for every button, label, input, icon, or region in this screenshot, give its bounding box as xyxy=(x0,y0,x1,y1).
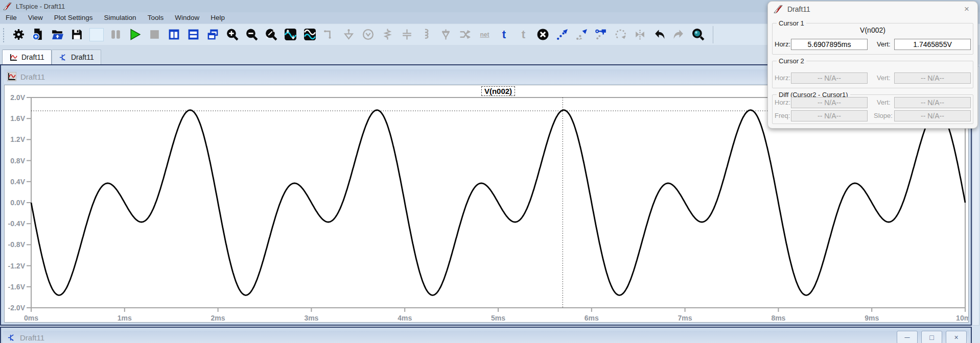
cursor1-vert-label: Vert: xyxy=(877,39,891,50)
svg-text:3ms: 3ms xyxy=(304,314,318,322)
cursor2-horz-label: Horz: xyxy=(775,72,790,84)
diff-vert-label: Vert: xyxy=(877,97,891,108)
minimize-button[interactable]: ─ xyxy=(897,331,918,343)
rotate-icon xyxy=(613,27,628,42)
cursor-dialog-title: Draft11 xyxy=(787,5,810,13)
schematic-tab-icon xyxy=(59,53,67,62)
svg-text:0.4V: 0.4V xyxy=(10,178,25,186)
ground-icon xyxy=(341,27,356,42)
menu-item-view[interactable]: View xyxy=(22,12,49,23)
open-file-icon[interactable] xyxy=(50,27,65,42)
cursor1-signal: V(n002) xyxy=(773,26,973,34)
pause-icon xyxy=(108,27,123,42)
svg-text:2.0V: 2.0V xyxy=(10,93,25,102)
diff-slope-value: -- N/A-- xyxy=(894,110,971,121)
svg-text:2ms: 2ms xyxy=(211,314,225,322)
copy-icon[interactable] xyxy=(574,27,589,42)
tile-horizontal-icon[interactable] xyxy=(186,27,201,42)
cursor2-horz-value: -- N/A-- xyxy=(791,72,868,84)
svg-text:-1.6V: -1.6V xyxy=(8,283,26,291)
svg-text:7ms: 7ms xyxy=(678,314,692,322)
svg-text:6ms: 6ms xyxy=(585,314,599,322)
move-icon[interactable] xyxy=(555,27,570,42)
tab-label: Draft11 xyxy=(71,53,94,61)
close-button[interactable]: × xyxy=(946,331,967,343)
save-icon[interactable] xyxy=(69,27,84,42)
diff-group: Diff (Cursor2 - Cursor1) Horz: -- N/A-- … xyxy=(772,94,973,124)
new-schematic-icon[interactable] xyxy=(31,27,45,42)
diode-icon xyxy=(438,27,453,42)
waveform-window-title: Draft11 xyxy=(20,72,45,81)
trace-label[interactable]: V(n002) xyxy=(481,86,515,96)
svg-text:-1.2V: -1.2V xyxy=(8,262,26,270)
cursor2-vert-label: Vert: xyxy=(877,72,891,84)
tab-draft11-2[interactable]: Draft11 xyxy=(52,50,101,64)
svg-text:-0.8V: -0.8V xyxy=(8,240,26,249)
zoom-full-extents-icon[interactable] xyxy=(264,27,278,42)
schematic-window-minimized: Draft11 ─□× xyxy=(0,327,972,343)
schematic-window-titlebar[interactable]: Draft11 ─□× xyxy=(3,331,969,343)
tile-vertical-icon[interactable] xyxy=(167,27,181,42)
diff-horz-label: Horz: xyxy=(775,97,790,108)
svg-text:1ms: 1ms xyxy=(118,314,132,322)
menu-item-tools[interactable]: Tools xyxy=(142,12,170,23)
cascade-windows-icon[interactable] xyxy=(205,27,220,42)
empty-slot xyxy=(89,27,104,42)
cursor-dialog-titlebar[interactable]: Draft11 xyxy=(768,2,977,17)
undo-icon[interactable] xyxy=(652,27,667,42)
svg-text:0.0V: 0.0V xyxy=(10,199,25,207)
schematic-window-icon xyxy=(7,333,16,342)
net-label-icon: net xyxy=(477,27,492,42)
component-icon xyxy=(361,27,376,42)
tab-draft11-1[interactable]: Draft11 xyxy=(2,50,52,64)
menu-item-help[interactable]: Help xyxy=(205,12,230,23)
ltspice-app: { "window": { "title": "LTspice - Draft1… xyxy=(0,0,980,343)
toolbar-separator xyxy=(713,26,713,43)
plot-panes-icon[interactable] xyxy=(302,27,317,42)
svg-text:-0.4V: -0.4V xyxy=(8,219,26,228)
toolbar-grip[interactable] xyxy=(2,27,5,42)
svg-text:-2.0V: -2.0V xyxy=(8,304,26,312)
cursor2-group: Cursor 2 Horz: -- N/A-- Vert: -- N/A-- xyxy=(772,61,973,88)
cursor1-horz-label: Horz: xyxy=(775,39,790,50)
delete-icon[interactable] xyxy=(535,27,550,42)
diff-freq-value: -- N/A-- xyxy=(791,110,868,121)
svg-text:8ms: 8ms xyxy=(771,314,785,322)
run-icon[interactable] xyxy=(128,27,143,42)
menu-item-window[interactable]: Window xyxy=(169,12,205,23)
menu-item-file[interactable]: File xyxy=(0,12,22,23)
redo-icon xyxy=(671,27,686,42)
text-icon[interactable]: t xyxy=(497,27,511,42)
autorange-y-icon[interactable] xyxy=(283,27,298,42)
cursor1-vert-value[interactable]: 1.7465855V xyxy=(894,39,971,50)
svg-text:1.6V: 1.6V xyxy=(10,114,25,122)
diff-freq-label: Freq: xyxy=(775,110,790,121)
svg-text:10ms: 10ms xyxy=(956,314,968,322)
zoom-out-icon[interactable] xyxy=(244,27,259,42)
cursor1-horz-value[interactable]: 5.6907895ms xyxy=(791,39,868,50)
waveform-tab-icon xyxy=(9,53,18,62)
restore-button[interactable]: □ xyxy=(921,331,942,343)
mirror-icon xyxy=(633,27,647,42)
ltspice-logo-icon xyxy=(3,2,12,11)
window-title: LTspice - Draft11 xyxy=(16,3,65,10)
svg-text:4ms: 4ms xyxy=(398,314,412,322)
zoom-in-icon[interactable] xyxy=(225,27,240,42)
svg-text:1.2V: 1.2V xyxy=(10,135,25,143)
dialog-close-icon[interactable]: × xyxy=(962,5,971,14)
diff-vert-value: -- N/A-- xyxy=(894,97,971,108)
drag-icon[interactable] xyxy=(594,27,609,42)
settings-gear-icon[interactable] xyxy=(11,27,26,42)
menu-item-plot-settings[interactable]: Plot Settings xyxy=(49,12,99,23)
svg-text:5ms: 5ms xyxy=(491,314,505,322)
toolbar-icons: nettt xyxy=(11,27,706,42)
ltspice-logo-icon xyxy=(774,5,783,14)
cursor-dialog: Draft11 × Cursor 1 V(n002) Horz: 5.69078… xyxy=(767,1,978,129)
cursor2-vert-value: -- N/A-- xyxy=(894,72,971,84)
schematic-window-title: Draft11 xyxy=(20,333,44,342)
window-controls: ─□× xyxy=(897,331,967,343)
svg-text:0ms: 0ms xyxy=(24,314,38,322)
search-icon[interactable] xyxy=(691,27,706,42)
menu-item-simulation[interactable]: Simulation xyxy=(99,12,142,23)
cursor1-group: Cursor 1 V(n002) Horz: 5.6907895ms Vert:… xyxy=(772,23,973,55)
